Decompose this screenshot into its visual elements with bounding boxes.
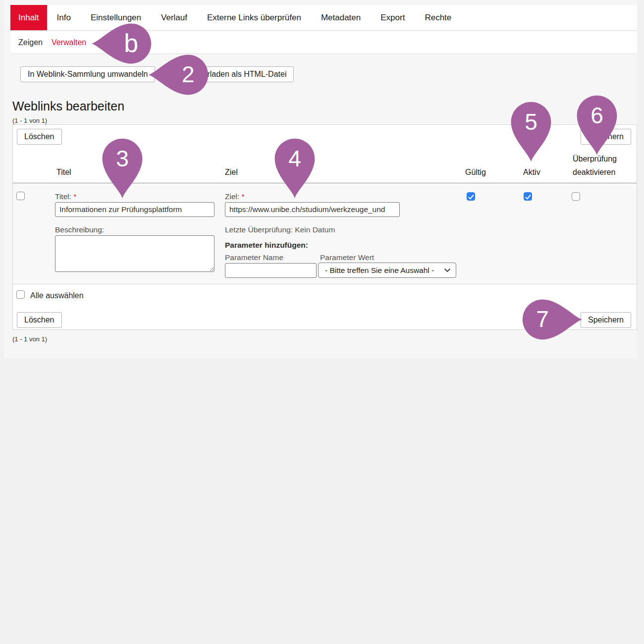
marker-label-4: 4 bbox=[288, 147, 301, 170]
annotation-marker-6: 6 bbox=[574, 95, 620, 156]
aktiv-checkbox[interactable] bbox=[524, 192, 532, 201]
annotation-marker-4: 4 bbox=[272, 138, 318, 199]
parameter-hinzufuegen-heading: Parameter hinzufügen: bbox=[225, 241, 308, 250]
tab-metadaten[interactable]: Metadaten bbox=[311, 5, 371, 30]
column-header-gueltig: Gültig bbox=[465, 168, 486, 177]
annotation-marker-2: 2 bbox=[148, 52, 209, 98]
pin-right-icon bbox=[522, 297, 583, 342]
chevron-down-icon bbox=[444, 268, 451, 272]
column-header-ziel: Ziel bbox=[225, 168, 238, 177]
tab-export[interactable]: Export bbox=[371, 5, 415, 30]
column-header-titel: Titel bbox=[56, 168, 71, 177]
column-header-ueberpruefung-line2: deaktivieren bbox=[573, 168, 615, 177]
convert-to-weblink-collection-button[interactable]: In Weblink-Sammlung umwandeln bbox=[20, 66, 155, 82]
tab-verlauf[interactable]: Verlauf bbox=[151, 5, 197, 30]
marker-label-5: 5 bbox=[525, 110, 537, 133]
page-title: Weblinks bearbeiten bbox=[12, 99, 124, 113]
delete-button-bottom[interactable]: Löschen bbox=[17, 312, 62, 328]
annotation-marker-3: 3 bbox=[100, 138, 145, 199]
marker-label-2: 2 bbox=[182, 63, 195, 86]
select-all-label: Alle auswählen bbox=[30, 291, 84, 300]
beschreibung-label: Beschreibung: bbox=[55, 225, 104, 234]
ziel-field-label: Ziel: * bbox=[225, 192, 245, 201]
beschreibung-textarea[interactable] bbox=[55, 235, 215, 272]
annotation-marker-5: 5 bbox=[508, 101, 554, 162]
tab-inhalt[interactable]: Inhalt bbox=[10, 5, 47, 30]
parameter-name-label: Parameter Name bbox=[225, 253, 283, 262]
select-all-checkbox[interactable] bbox=[16, 290, 25, 299]
marker-label-3: 3 bbox=[116, 147, 129, 170]
ziel-required-mark: * bbox=[242, 192, 245, 201]
row-select-checkbox[interactable] bbox=[16, 192, 25, 200]
marker-label-b: b bbox=[124, 30, 138, 56]
parameter-wert-selected-option: - Bitte treffen Sie eine Auswahl - bbox=[325, 266, 434, 275]
ziel-label-text: Ziel: bbox=[225, 192, 239, 201]
tab-info[interactable]: Info bbox=[47, 5, 81, 30]
pin-left-icon bbox=[148, 52, 209, 98]
letzte-ueberpruefung-text: Letzte Überprüfung: Kein Datum bbox=[225, 225, 335, 234]
save-button-bottom[interactable]: Speichern bbox=[581, 312, 631, 328]
subtab-verwalten[interactable]: Verwalten bbox=[47, 38, 91, 47]
marker-label-6: 6 bbox=[590, 104, 603, 127]
parameter-name-input[interactable] bbox=[225, 263, 317, 278]
marker-label-7: 7 bbox=[536, 308, 549, 330]
pin-left-icon bbox=[91, 21, 152, 66]
titel-field-label: Titel: * bbox=[55, 192, 76, 201]
delete-button-top[interactable]: Löschen bbox=[17, 129, 62, 145]
parameter-wert-select[interactable]: - Bitte treffen Sie eine Auswahl - bbox=[318, 263, 456, 278]
annotation-marker-7: 7 bbox=[522, 297, 583, 342]
tab-externe-links-ueberpruefen[interactable]: Externe Links überprüfen bbox=[197, 5, 311, 30]
column-header-aktiv: Aktiv bbox=[523, 168, 540, 177]
result-count-bottom: (1 - 1 von 1) bbox=[12, 335, 47, 343]
gueltig-checkbox[interactable] bbox=[467, 192, 475, 201]
annotation-marker-b: b bbox=[91, 21, 152, 66]
parameter-wert-label: Parameter Wert bbox=[320, 253, 374, 262]
titel-input[interactable] bbox=[55, 202, 215, 217]
titel-required-mark: * bbox=[73, 192, 76, 201]
result-count-top: (1 - 1 von 1) bbox=[12, 117, 47, 124]
ziel-input[interactable] bbox=[225, 202, 400, 217]
tab-rechte[interactable]: Rechte bbox=[415, 5, 461, 30]
ueberpruefung-deaktivieren-checkbox[interactable] bbox=[572, 192, 580, 201]
subtab-zeigen[interactable]: Zeigen bbox=[14, 38, 47, 47]
titel-label-text: Titel: bbox=[55, 192, 71, 201]
